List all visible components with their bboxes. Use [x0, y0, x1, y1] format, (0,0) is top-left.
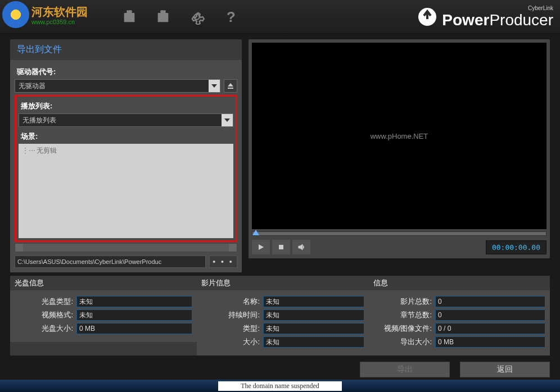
timeline-slider[interactable]	[252, 231, 547, 236]
movie-size-label: 大小:	[201, 337, 263, 347]
video-format-value: 未知	[76, 309, 192, 321]
stop-icon	[277, 243, 285, 251]
movie-size-value: 未知	[263, 336, 364, 348]
files-count-value: 0 / 0	[435, 323, 545, 334]
svg-rect-0	[124, 13, 135, 22]
brand-company: CyberLink	[442, 6, 553, 11]
gear-icon	[189, 9, 205, 25]
movies-count-value: 0	[435, 296, 545, 307]
drive-label: 驱动器代号:	[17, 67, 235, 77]
disc-type-label: 光盘类型:	[15, 297, 76, 307]
general-info-header: 信息	[369, 276, 550, 290]
brand-product: PowerProducer	[442, 12, 553, 28]
chevron-down-icon	[209, 80, 220, 92]
scene-label: 场景:	[21, 131, 231, 142]
video-watermark: www.pHome.NET	[371, 132, 428, 140]
movies-count-label: 影片总数:	[373, 297, 435, 307]
footer-bar: The domain name suspended	[0, 380, 560, 392]
toolbar-btn-1[interactable]	[119, 7, 139, 27]
chapters-count-value: 0	[435, 309, 545, 321]
disc2-icon	[155, 9, 171, 25]
brand-logo-icon	[417, 7, 437, 27]
svg-rect-2	[158, 13, 169, 22]
disc-info-header: 光盘信息	[10, 276, 197, 290]
svg-rect-6	[279, 245, 283, 249]
disc-type-value: 未知	[76, 296, 192, 307]
movie-info-header: 影片信息	[197, 276, 369, 290]
help-btn[interactable]: ?	[220, 7, 241, 27]
export-path-input[interactable]: C:\Users\ASUS\Documents\CyberLink\PowerP…	[15, 256, 206, 268]
scene-item[interactable]: 无剪辑	[22, 146, 230, 156]
app-branding: CyberLink PowerProducer	[417, 6, 553, 28]
svg-rect-1	[127, 10, 132, 13]
svg-rect-3	[160, 10, 165, 13]
video-preview: www.pHome.NET	[252, 43, 547, 229]
export-button[interactable]: 导出	[360, 362, 450, 377]
movie-name-label: 名称:	[201, 297, 263, 307]
disc-size-label: 光盘大小:	[15, 323, 76, 334]
files-count-label: 视频/图像文件:	[373, 323, 435, 334]
scene-list[interactable]: 无剪辑	[19, 144, 233, 238]
drive-value: 无驱动器	[19, 81, 46, 91]
footer-message: The domain name suspended	[218, 381, 342, 391]
help-icon: ?	[223, 9, 238, 25]
video-format-label: 视频格式:	[15, 310, 76, 320]
disc-size-value: 0 MB	[76, 323, 192, 334]
movie-name-value: 未知	[263, 296, 364, 307]
movie-type-value: 未知	[263, 323, 364, 334]
disc-icon	[121, 9, 137, 25]
play-icon	[257, 243, 265, 251]
volume-button[interactable]	[292, 240, 310, 254]
playhead-icon[interactable]	[252, 230, 259, 235]
export-size-label: 导出大小:	[373, 337, 435, 347]
volume-icon	[297, 243, 305, 251]
play-button[interactable]	[252, 240, 270, 254]
toolbar-btn-2[interactable]	[153, 7, 173, 27]
eject-icon	[227, 82, 234, 90]
svg-text:?: ?	[227, 9, 236, 25]
duration-label: 持续时间:	[201, 310, 263, 320]
export-size-value: 0 MB	[435, 336, 545, 348]
browse-button[interactable]: • • •	[209, 256, 237, 268]
horizontal-scrollbar[interactable]	[15, 243, 237, 252]
playlist-label: 播放列表:	[21, 101, 231, 111]
preview-panel: www.pHome.NET 00:00:00.00	[249, 39, 550, 258]
duration-value: 未知	[263, 309, 364, 321]
highlighted-section: 播放列表: 无播放列表 场景: 无剪辑	[15, 95, 237, 242]
playlist-value: 无播放列表	[22, 116, 56, 125]
settings-btn[interactable]	[187, 7, 207, 27]
back-button[interactable]: 返回	[460, 362, 550, 377]
playlist-combo[interactable]: 无播放列表	[19, 113, 233, 127]
panel-title: 导出到文件	[10, 39, 242, 60]
timecode-display: 00:00:00.00	[486, 240, 547, 254]
chapters-count-label: 章节总数:	[373, 310, 435, 320]
site-watermark: 河东软件园 www.pc0359.cn	[2, 1, 88, 28]
watermark-title: 河东软件园	[31, 4, 88, 20]
drive-combo[interactable]: 无驱动器	[15, 79, 220, 93]
stop-button[interactable]	[272, 240, 290, 254]
chevron-down-icon	[222, 114, 233, 126]
movie-type-label: 类型:	[201, 323, 263, 334]
eject-button[interactable]	[224, 79, 237, 93]
watermark-logo-icon	[2, 1, 29, 28]
